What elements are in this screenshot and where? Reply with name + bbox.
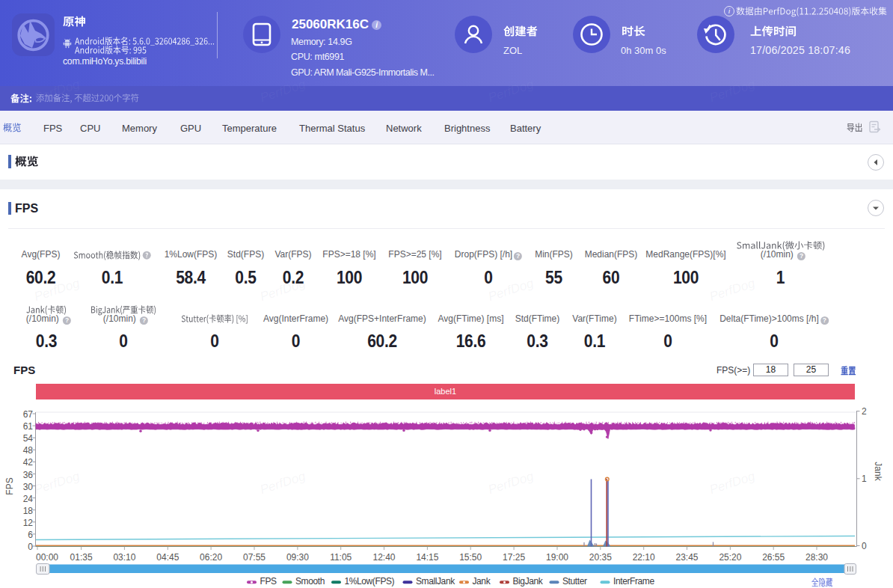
svg-text:61: 61	[23, 421, 34, 432]
svg-text:09:30: 09:30	[286, 552, 309, 563]
svg-text:30: 30	[23, 482, 34, 492]
svg-text:Stutter: Stutter	[562, 576, 587, 587]
svg-text:InterFrame: InterFrame	[613, 576, 654, 587]
svg-text:Jank: Jank	[473, 576, 491, 587]
svg-text:1%Low(FPS): 1%Low(FPS)	[345, 576, 395, 587]
svg-text:20:35: 20:35	[589, 552, 612, 563]
svg-text:0: 0	[862, 541, 867, 551]
svg-text:1: 1	[862, 474, 867, 484]
svg-text:FPS: FPS	[260, 576, 277, 587]
svg-text:01:35: 01:35	[70, 552, 93, 563]
svg-text:67: 67	[23, 409, 34, 420]
svg-text:24: 24	[23, 494, 34, 504]
svg-text:04:45: 04:45	[156, 552, 179, 563]
svg-text:17:25: 17:25	[503, 552, 525, 563]
svg-text:18: 18	[23, 506, 34, 516]
svg-text:00:00: 00:00	[36, 552, 58, 563]
svg-text:BigJank: BigJank	[513, 576, 544, 587]
svg-text:19:00: 19:00	[546, 552, 568, 563]
svg-text:36: 36	[23, 470, 34, 480]
svg-text:Jank: Jank	[873, 462, 883, 481]
svg-text:12:40: 12:40	[372, 552, 395, 563]
svg-text:26:55: 26:55	[762, 552, 785, 563]
svg-text:15:50: 15:50	[459, 552, 482, 563]
svg-text:11:05: 11:05	[330, 552, 352, 563]
svg-text:23:45: 23:45	[675, 552, 698, 563]
svg-text:12: 12	[23, 518, 34, 528]
svg-text:06:20: 06:20	[200, 552, 222, 563]
svg-text:14:15: 14:15	[416, 552, 438, 563]
svg-text:54: 54	[23, 433, 34, 444]
svg-text:25:20: 25:20	[719, 552, 741, 563]
svg-text:6: 6	[28, 530, 33, 540]
svg-text:48: 48	[23, 445, 34, 456]
svg-text:SmallJank: SmallJank	[416, 576, 455, 587]
svg-text:28:30: 28:30	[805, 552, 828, 563]
svg-text:22:10: 22:10	[633, 552, 655, 563]
svg-text:2: 2	[862, 406, 867, 417]
svg-text:0: 0	[28, 542, 33, 552]
svg-text:42: 42	[23, 457, 34, 468]
svg-text:Smooth: Smooth	[295, 576, 325, 587]
svg-text:03:10: 03:10	[113, 552, 135, 563]
svg-text:07:55: 07:55	[243, 552, 266, 563]
svg-text:FPS: FPS	[4, 477, 15, 494]
